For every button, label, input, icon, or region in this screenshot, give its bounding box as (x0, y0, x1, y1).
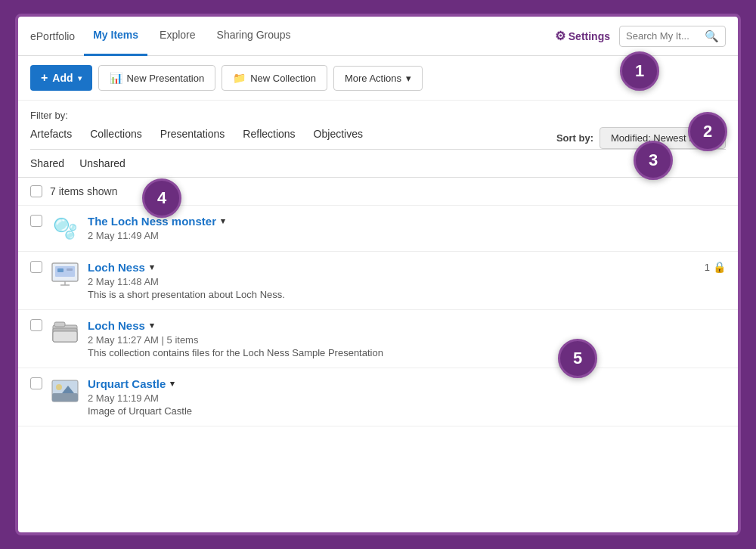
item-date-3: 2 May 11:27 AM | 5 items (88, 334, 726, 346)
filter-tab-artefacts[interactable]: Artefacts (30, 128, 72, 148)
svg-rect-8 (53, 331, 77, 342)
item-title-2[interactable]: Loch Ness ▾ (88, 261, 154, 274)
filter-tab-collections[interactable]: Collections (90, 128, 141, 148)
item-icon-blob: 🫧 (51, 215, 79, 242)
filter-tab-objectives[interactable]: Objectives (314, 128, 363, 148)
filter-section: Filter by: Artefacts Collections Present… (18, 101, 738, 150)
sort-label: Sort by: (556, 132, 593, 144)
sort-select[interactable]: Modified: Newest first (600, 127, 726, 149)
nav-bar: ePortfolio My Items Explore Sharing Grou… (18, 17, 738, 56)
item-desc-4: Image of Urquart Castle (88, 405, 726, 417)
item-icon-presentation (51, 261, 79, 288)
item-checkbox-1[interactable] (30, 215, 42, 227)
item-content-2: Loch Ness ▾ 2 May 11:48 AM This is a sho… (88, 261, 726, 300)
nav-sharing-groups[interactable]: Sharing Groups (208, 17, 300, 56)
item-checkbox-4[interactable] (30, 377, 42, 389)
nav-explore[interactable]: Explore (150, 17, 204, 56)
settings-label: Settings (569, 30, 610, 42)
search-box: 🔍 (619, 26, 726, 47)
item-date-1: 2 May 11:49 AM (88, 230, 726, 241)
search-input[interactable] (626, 30, 702, 42)
svg-point-12 (56, 384, 62, 390)
item-content-1: The Loch Ness monster ▾ 2 May 11:49 AM (88, 215, 726, 241)
items-header: 7 items shown (18, 178, 738, 206)
add-dropdown-icon: ▾ (78, 74, 82, 82)
new-collection-button[interactable]: 📁 New Collection (222, 65, 327, 91)
lock-icon: 🔒 (713, 261, 726, 273)
svg-rect-11 (52, 393, 78, 402)
select-all-checkbox[interactable] (30, 185, 42, 197)
presentation-icon: 📊 (110, 72, 122, 84)
item-desc-3: This collection contains files for the L… (88, 347, 726, 358)
item-content-4: Urquart Castle ▾ 2 May 11:19 AM Image of… (88, 377, 726, 417)
item-badge-2: 1 🔒 (705, 261, 726, 273)
sort-section: Sort by: Modified: Newest first (556, 127, 726, 149)
search-icon[interactable]: 🔍 (705, 29, 719, 43)
list-item: Loch Ness ▾ 2 May 11:27 AM | 5 items Thi… (18, 310, 738, 368)
plus-icon: + (41, 71, 48, 85)
nav-my-items[interactable]: My Items (84, 17, 147, 56)
item-title-4[interactable]: Urquart Castle ▾ (88, 377, 175, 390)
chevron-down-icon: ▾ (150, 321, 154, 330)
badge-count: 1 (705, 262, 710, 273)
svg-rect-9 (54, 322, 65, 327)
filter-label: Filter by: (30, 110, 726, 121)
new-presentation-button[interactable]: 📊 New Presentation (98, 65, 216, 91)
item-desc-2: This is a short presentation about Loch … (88, 289, 726, 300)
add-label: Add (52, 72, 73, 84)
shared-tab[interactable]: Shared (30, 157, 64, 169)
settings-button[interactable]: ⚙ Settings (555, 29, 610, 43)
filter-tabs: Artefacts Collections Presentations Refl… (30, 128, 363, 148)
chevron-down-icon: ▾ (170, 379, 175, 389)
item-checkbox-3[interactable] (30, 319, 42, 331)
filter-tab-presentations[interactable]: Presentations (160, 128, 225, 148)
settings-icon: ⚙ (555, 29, 565, 43)
chevron-down-icon: ▾ (221, 216, 225, 226)
item-checkbox-2[interactable] (30, 261, 42, 273)
add-button[interactable]: + Add ▾ (30, 65, 92, 91)
collection-icon: 📁 (233, 72, 246, 84)
chevron-down-icon: ▾ (150, 262, 154, 272)
item-content-3: Loch Ness ▾ 2 May 11:27 AM | 5 items Thi… (88, 319, 726, 358)
item-title-3[interactable]: Loch Ness ▾ (88, 319, 154, 332)
item-date-2: 2 May 11:48 AM (88, 276, 726, 287)
svg-rect-5 (67, 268, 73, 271)
list-item: Loch Ness ▾ 2 May 11:48 AM This is a sho… (18, 252, 738, 310)
item-date-4: 2 May 11:19 AM (88, 392, 726, 404)
items-count: 7 items shown (50, 185, 117, 197)
shared-unshared-row: Shared Unshared (18, 150, 738, 178)
toolbar: + Add ▾ 📊 New Presentation 📁 New Collect… (18, 56, 738, 101)
list-item: 🫧 The Loch Ness monster ▾ 2 May 11:49 AM (18, 206, 738, 252)
filter-tab-reflections[interactable]: Reflections (243, 128, 295, 148)
item-icon-image (51, 377, 79, 405)
more-actions-dropdown-icon: ▾ (406, 73, 411, 84)
unshared-tab[interactable]: Unshared (79, 157, 125, 169)
more-actions-button[interactable]: More Actions ▾ (333, 66, 423, 91)
filter-row: Artefacts Collections Presentations Refl… (30, 127, 726, 150)
svg-rect-4 (57, 268, 64, 272)
item-title-1[interactable]: The Loch Ness monster ▾ (88, 215, 225, 228)
nav-logo[interactable]: ePortfolio (30, 30, 75, 42)
item-icon-collection (51, 319, 79, 346)
list-item: Urquart Castle ▾ 2 May 11:19 AM Image of… (18, 368, 738, 426)
